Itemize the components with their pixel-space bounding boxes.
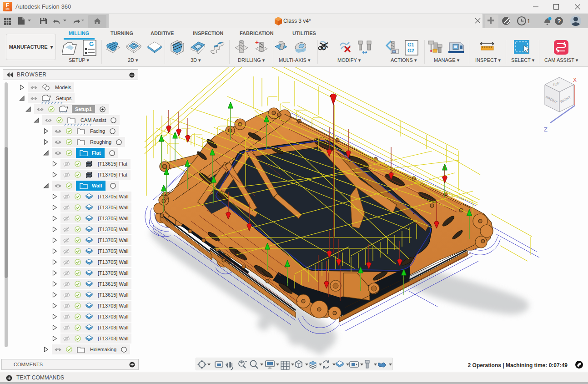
svg-text:X: X xyxy=(573,77,577,83)
svg-text:G1: G1 xyxy=(407,42,414,47)
svg-text:G2: G2 xyxy=(407,48,414,53)
svg-text:+: + xyxy=(255,40,259,46)
svg-text:G: G xyxy=(89,40,94,47)
svg-text:?: ? xyxy=(558,18,561,25)
svg-text:Z: Z xyxy=(544,126,548,133)
svg-text:1: 1 xyxy=(527,18,530,25)
